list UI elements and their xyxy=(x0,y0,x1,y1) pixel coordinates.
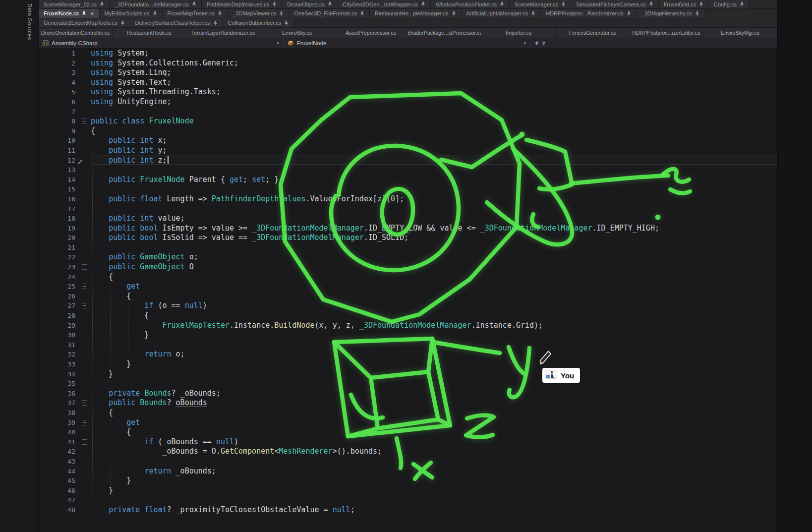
pin-icon[interactable] xyxy=(500,1,504,7)
code-line[interactable]: 15 xyxy=(39,184,777,194)
code-line[interactable]: 46 } xyxy=(39,486,777,496)
code-line[interactable]: 13 xyxy=(39,165,777,175)
code-text[interactable] xyxy=(91,107,777,117)
code-text[interactable]: _oBounds = O.GetComponent<MeshRenderer>(… xyxy=(91,447,777,457)
pin-icon[interactable] xyxy=(695,11,699,16)
code-line[interactable]: 18 public int value; xyxy=(39,214,777,224)
code-text[interactable]: using System.Linq; xyxy=(91,68,777,78)
editor-tab[interactable]: EnviroSkyMgr.cs xyxy=(703,28,777,38)
data-sources-vertical-tab[interactable]: Data Sources xyxy=(27,3,33,40)
pin-icon[interactable] xyxy=(153,11,157,16)
code-line[interactable]: 33 } xyxy=(39,359,777,369)
code-text[interactable]: using System.Collections.Generic; xyxy=(91,59,777,68)
code-line[interactable]: 39− get xyxy=(39,418,777,428)
code-text[interactable] xyxy=(91,184,777,194)
code-line[interactable]: 14 public FruxelNode Parent { get; set; … xyxy=(39,175,777,185)
project-dropdown[interactable]: Assembly-CSharp ▾ xyxy=(39,38,284,48)
scrollbar-region[interactable] xyxy=(777,0,812,532)
code-line[interactable]: 38 { xyxy=(39,408,777,418)
code-line[interactable]: 25− get xyxy=(39,282,777,292)
editor-tab[interactable]: ArtificialLightsManager.cs xyxy=(462,9,541,18)
pin-icon[interactable] xyxy=(328,1,332,7)
code-text[interactable]: { xyxy=(91,311,777,321)
close-icon[interactable]: × xyxy=(90,10,94,17)
editor-tab[interactable]: OneSec3D_FileFormat.cs xyxy=(289,9,370,18)
editor-tab[interactable]: FruxelGrid.cs xyxy=(659,0,709,8)
pin-icon[interactable] xyxy=(192,1,196,7)
editor-tab[interactable]: ShaderPackage...stProcessor.cs xyxy=(408,28,482,38)
code-line[interactable]: 6using UnityEngine; xyxy=(39,97,777,107)
code-line[interactable]: 45 } xyxy=(39,476,777,486)
pin-icon[interactable] xyxy=(699,1,703,7)
fold-collapse-icon[interactable]: − xyxy=(82,400,87,406)
code-text[interactable]: public GameObject O xyxy=(91,262,777,272)
code-text[interactable]: if (o == null) xyxy=(91,301,777,311)
editor-tab[interactable]: DeliverySurfaceClassHelper.cs xyxy=(130,18,223,27)
fold-collapse-icon[interactable]: − xyxy=(82,284,87,289)
editor-tab[interactable]: SceneManager.cs xyxy=(510,0,571,8)
pin-icon[interactable] xyxy=(421,1,425,7)
code-text[interactable]: } xyxy=(91,486,777,496)
code-text[interactable]: private Bounds? _oBounds; xyxy=(91,389,777,399)
code-line[interactable]: 24 { xyxy=(39,272,777,282)
pin-icon[interactable] xyxy=(531,11,535,16)
code-text[interactable]: get xyxy=(91,418,777,428)
code-line-current[interactable]: 12 public int z; xyxy=(39,156,777,166)
code-text[interactable]: { xyxy=(91,126,777,136)
code-line[interactable]: 11 public int y; xyxy=(39,146,777,156)
code-line[interactable]: 26 { xyxy=(39,292,777,301)
code-line[interactable]: 40 { xyxy=(39,427,777,437)
code-line[interactable]: 30 } xyxy=(39,330,777,340)
editor-tab[interactable]: _3DMapHierarchy.cs xyxy=(637,9,705,18)
code-text[interactable]: return _oBounds; xyxy=(91,467,777,476)
code-line[interactable]: 16 public float Length => PathfinderDept… xyxy=(39,194,777,204)
code-line[interactable]: 27− if (o == null) xyxy=(39,301,777,311)
code-line[interactable]: 8−public class FruxelNode xyxy=(39,117,777,126)
code-line[interactable]: 28 { xyxy=(39,311,777,321)
code-text[interactable]: public bool IsEmpty => value >= _3DFound… xyxy=(91,224,777,234)
editor-tab[interactable]: WindowPositionFinder.cs xyxy=(431,0,510,8)
code-text[interactable]: { xyxy=(91,292,777,301)
code-line[interactable]: 3using System.Linq; xyxy=(39,68,777,78)
editor-tab[interactable]: PathfinderDepthValues.cs xyxy=(202,0,282,8)
presence-label[interactable]: You xyxy=(542,368,580,383)
pin-icon[interactable] xyxy=(100,1,104,7)
code-text[interactable]: FruxelMapTester.Instance.BuildNode(x, y,… xyxy=(91,321,777,331)
code-line[interactable]: 44 return _oBounds; xyxy=(39,467,777,476)
pin-icon[interactable] xyxy=(218,11,222,16)
pin-icon[interactable] xyxy=(82,11,86,16)
editor-tab[interactable]: _3DMapViewer.cs xyxy=(228,9,289,18)
code-text[interactable]: using System; xyxy=(91,49,777,59)
code-text[interactable] xyxy=(91,243,777,253)
code-text[interactable] xyxy=(91,204,777,214)
editor-tab[interactable]: TerrainLayerRandomizer.cs xyxy=(186,28,260,38)
pin-icon[interactable] xyxy=(649,1,653,7)
code-line[interactable]: 43 xyxy=(39,457,777,467)
type-dropdown[interactable]: FruxelNode ▾ xyxy=(284,38,530,48)
editor-tab[interactable]: DroneOrientationController.cs xyxy=(39,28,113,38)
pin-icon[interactable] xyxy=(740,1,744,7)
editor-tab[interactable]: RestaurantHo...pleManager.cs xyxy=(370,9,462,18)
code-text[interactable]: } xyxy=(91,359,777,369)
editor-tab[interactable]: CollisionSubscriber.cs xyxy=(223,18,294,27)
code-line[interactable]: 42 _oBounds = O.GetComponent<MeshRendere… xyxy=(39,447,777,457)
code-line[interactable]: 36 private Bounds? _oBounds; xyxy=(39,389,777,399)
code-line[interactable]: 20 public bool IsSolid => value == _3DFo… xyxy=(39,233,777,243)
editor-tab[interactable]: AssetPreprocessor.cs xyxy=(334,28,408,38)
fold-collapse-icon[interactable]: − xyxy=(82,420,87,425)
editor-tab[interactable]: EnviroSky.cs xyxy=(260,28,334,38)
code-text[interactable]: public int value; xyxy=(91,214,777,224)
pin-icon[interactable] xyxy=(452,11,456,16)
code-line[interactable]: 47 xyxy=(39,495,777,505)
code-line[interactable]: 7 xyxy=(39,107,777,117)
pin-icon[interactable] xyxy=(213,20,218,26)
code-line[interactable]: 2using System.Collections.Generic; xyxy=(39,59,777,68)
code-line[interactable]: 48 private float? _proximityToClosestObs… xyxy=(39,505,777,515)
code-line[interactable]: 19 public bool IsEmpty => value >= _3DFo… xyxy=(39,224,777,234)
code-editor[interactable]: 1using System;2using System.Collections.… xyxy=(39,49,777,532)
editor-tab[interactable]: Config.cs xyxy=(709,0,750,8)
code-line[interactable]: 29 FruxelMapTester.Instance.BuildNode(x,… xyxy=(39,321,777,331)
code-line[interactable]: 10 public int x; xyxy=(39,136,777,146)
editor-tab[interactable]: FencesGenerator.cs xyxy=(556,28,630,38)
fold-collapse-icon[interactable]: − xyxy=(82,303,87,308)
